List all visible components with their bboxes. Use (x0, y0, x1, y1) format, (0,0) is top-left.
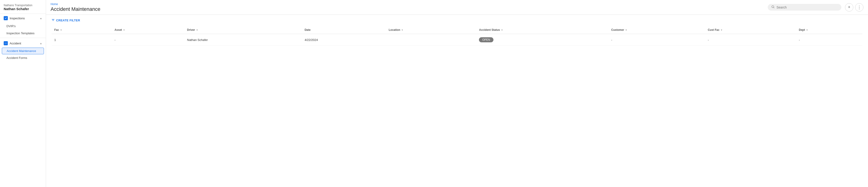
sidebar-item-accident-forms[interactable]: Accident Forms (0, 54, 46, 61)
location-filter-icon[interactable]: ▼ (401, 29, 404, 31)
customer-filter-icon[interactable]: ▼ (625, 29, 627, 31)
page-info: Home Accident Maintenance (51, 3, 764, 12)
create-filter-label[interactable]: CREATE FILTER (56, 19, 80, 22)
driver-filter-icon[interactable]: ▼ (196, 29, 198, 31)
cell-asset: - (112, 34, 184, 46)
inspections-label: Inspections (10, 17, 40, 20)
page-title: Accident Maintenance (51, 6, 764, 12)
accident-label: Accident (10, 42, 40, 45)
create-filter-bar: CREATE FILTER (52, 19, 863, 22)
accident-icon (4, 41, 8, 45)
topbar: Home Accident Maintenance + ⋮ (46, 0, 868, 15)
search-bar (768, 4, 841, 10)
sidebar: Nathans Transportation Nathan Schafer In… (0, 0, 46, 187)
breadcrumb[interactable]: Home (51, 3, 764, 6)
status-badge: OPEN (479, 37, 493, 42)
asset-filter-icon[interactable]: ▼ (123, 29, 125, 31)
add-button[interactable]: + (845, 3, 853, 11)
table-row[interactable]: 1 - Nathan Schafer 4/22/2024 OPEN - - - (52, 34, 863, 46)
sidebar-item-inspection-templates[interactable]: Inspection Templates (0, 30, 46, 37)
sidebar-header: Nathans Transportation Nathan Schafer (0, 0, 46, 14)
data-table: Fac ▼ Asset ▼ Driver ▼ (52, 26, 863, 46)
sidebar-group-inspections[interactable]: Inspections ▲ (0, 14, 46, 23)
search-input[interactable] (776, 5, 838, 9)
table-area: CREATE FILTER Fac ▼ Asset ▼ (46, 15, 868, 187)
sidebar-section-accident: Accident ▲ Accident Maintenance Accident… (0, 39, 46, 61)
sidebar-item-dvirs[interactable]: DVIR's (0, 23, 46, 30)
col-header-location: Location ▼ (386, 26, 476, 34)
sidebar-section-inspections: Inspections ▲ DVIR's Inspection Template… (0, 14, 46, 37)
sidebar-divider (0, 38, 46, 38)
col-header-date: Date (302, 26, 386, 34)
fac-filter-icon[interactable]: ▼ (60, 29, 62, 31)
sidebar-item-accident-maintenance[interactable]: Accident Maintenance (2, 48, 44, 54)
cust-fac-filter-icon[interactable]: ▼ (720, 29, 723, 31)
cell-customer: - (609, 34, 705, 46)
col-header-dept: Dept ▼ (796, 26, 863, 34)
col-header-driver: Driver ▼ (184, 26, 302, 34)
svg-point-3 (6, 44, 7, 44)
search-icon (771, 5, 775, 9)
col-header-fac: Fac ▼ (52, 26, 112, 34)
sidebar-company: Nathans Transportation (4, 4, 42, 7)
col-header-customer: Customer ▼ (609, 26, 705, 34)
inspections-chevron: ▲ (40, 17, 42, 20)
col-header-accident-status: Accident Status ▼ (476, 26, 609, 34)
filter-icon (52, 19, 55, 22)
accident-chevron: ▲ (40, 42, 42, 44)
cell-location (386, 34, 476, 46)
sidebar-group-accident[interactable]: Accident ▲ (0, 39, 46, 48)
sidebar-user: Nathan Schafer (4, 7, 42, 11)
dept-filter-icon[interactable]: ▼ (806, 29, 808, 31)
cell-accident-status: OPEN (476, 34, 609, 46)
cell-date: 4/22/2024 (302, 34, 386, 46)
main-content: Home Accident Maintenance + ⋮ (46, 0, 868, 187)
topbar-actions: + ⋮ (845, 3, 863, 11)
svg-rect-1 (5, 42, 7, 44)
col-header-asset: Asset ▼ (112, 26, 184, 34)
col-header-cust-fac: Cust Fac ▼ (705, 26, 796, 34)
accident-status-filter-icon[interactable]: ▼ (501, 29, 503, 31)
cell-driver: Nathan Schafer (184, 34, 302, 46)
cell-fac: 1 (52, 34, 112, 46)
cell-dept: - (796, 34, 863, 46)
inspections-icon (4, 16, 8, 20)
table-header-row: Fac ▼ Asset ▼ Driver ▼ (52, 26, 863, 34)
more-menu-button[interactable]: ⋮ (855, 3, 863, 11)
cell-cust-fac: - (705, 34, 796, 46)
svg-point-2 (5, 44, 5, 44)
